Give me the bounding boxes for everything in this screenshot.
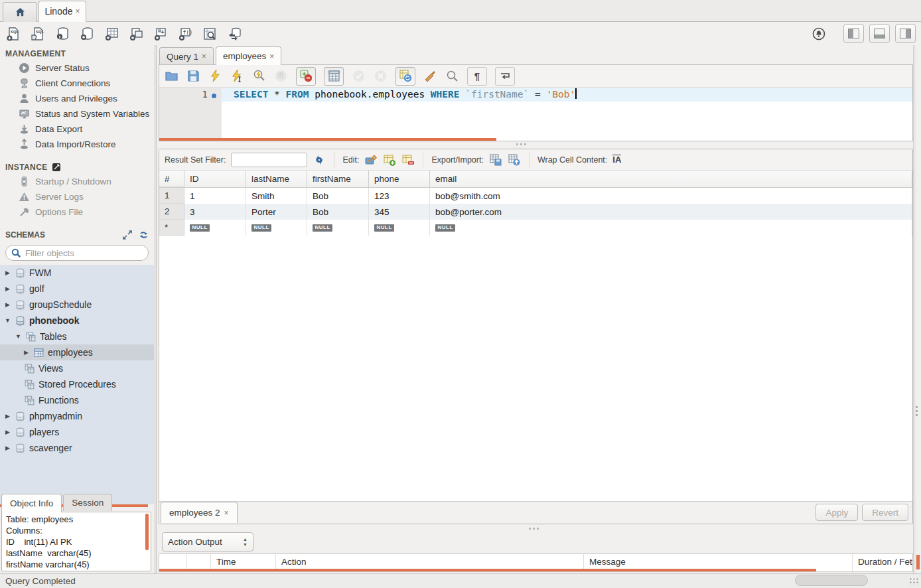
close-icon[interactable]: × xyxy=(224,508,229,518)
wrap-cell-content-icon[interactable]: ΙA xyxy=(612,155,621,165)
sidebar-item-server-status[interactable]: Server Status xyxy=(0,60,154,76)
result-output-splitter-handle[interactable] xyxy=(529,528,539,530)
result-filter-input[interactable] xyxy=(231,153,307,167)
output-vertical-scrollbar[interactable] xyxy=(916,555,920,569)
editor-result-splitter-handle[interactable] xyxy=(516,143,526,145)
sidebar-item-options-file[interactable]: Options File xyxy=(0,204,154,220)
insert-row-icon[interactable] xyxy=(383,153,396,167)
output-horizontal-scrollbar[interactable] xyxy=(159,569,816,571)
chevron-right-icon[interactable]: ▶ xyxy=(4,285,11,292)
connection-tab[interactable]: Linode × xyxy=(38,1,86,22)
cell-firstname[interactable]: Bob xyxy=(307,204,369,220)
column-header-phone[interactable]: phone xyxy=(369,171,430,187)
cell-email[interactable]: bob@porter.com xyxy=(430,204,912,220)
cell-id[interactable]: 3 xyxy=(184,204,246,220)
sidebar-item-data-import[interactable]: Data Import/Restore xyxy=(0,137,154,152)
toggle-left-sidebar-button[interactable] xyxy=(843,24,864,43)
find-icon[interactable] xyxy=(445,69,459,83)
cell-null[interactable]: NULL xyxy=(430,220,912,236)
edit-record-icon[interactable] xyxy=(364,153,378,167)
resize-grip[interactable] xyxy=(909,577,918,585)
schema-item-phonebook[interactable]: ▼ phonebook xyxy=(0,313,154,329)
delete-row-icon[interactable] xyxy=(401,153,415,167)
tab-query-1[interactable]: Query 1 × xyxy=(159,47,214,65)
schema-item-scavenger[interactable]: ▶ scavenger xyxy=(0,440,154,456)
sidebar-item-startup-shutdown[interactable]: Startup / Shutdown xyxy=(0,174,154,189)
new-sql-tab-icon[interactable]: SQL xyxy=(5,26,21,42)
cell-phone[interactable]: 123 xyxy=(369,188,430,204)
explain-plan-icon[interactable] xyxy=(252,69,266,83)
schema-filter-box[interactable] xyxy=(5,245,149,261)
column-header-rownum[interactable]: # xyxy=(159,171,184,187)
schema-filter-input[interactable] xyxy=(25,248,131,258)
save-script-icon[interactable] xyxy=(186,69,200,83)
reconnect-dbms-icon[interactable] xyxy=(226,26,242,42)
chevron-down-icon[interactable]: ▼ xyxy=(15,333,22,340)
cell-phone[interactable]: 345 xyxy=(369,204,430,220)
apply-button[interactable]: Apply xyxy=(815,504,858,521)
create-procedure-icon[interactable] xyxy=(153,26,169,42)
toggle-invisible-characters-button[interactable]: ¶ xyxy=(467,67,487,86)
sidebar-item-server-logs[interactable]: Server Logs xyxy=(0,189,154,204)
toggle-autocommit-button[interactable] xyxy=(395,67,415,86)
cell-lastname[interactable]: Porter xyxy=(246,204,307,220)
bottom-scrollbar-thumb[interactable] xyxy=(795,575,868,586)
schema-item-players[interactable]: ▶ players xyxy=(0,424,154,440)
chevron-down-icon[interactable]: ▼ xyxy=(4,317,11,324)
toggle-limit-rows-button[interactable] xyxy=(324,67,344,86)
column-header-lastname[interactable]: lastName xyxy=(246,171,307,187)
revert-button[interactable]: Revert xyxy=(862,504,908,521)
column-header-firstname[interactable]: firstName xyxy=(307,171,369,187)
column-header-id[interactable]: ID xyxy=(184,171,246,187)
schema-item-groupschedule[interactable]: ▶ groupSchedule xyxy=(0,297,154,313)
schema-inspector-icon[interactable]: i xyxy=(54,26,70,42)
chevron-right-icon[interactable]: ▶ xyxy=(4,301,11,308)
close-icon[interactable]: × xyxy=(269,52,274,61)
cell-email[interactable]: bob@smith.com xyxy=(430,188,912,204)
schema-item-fwm[interactable]: ▶ FWM xyxy=(0,265,154,281)
execute-query-icon[interactable] xyxy=(208,69,222,83)
toggle-stop-on-error-button[interactable] xyxy=(296,67,316,86)
spinner-arrows-icon[interactable]: ▲▼ xyxy=(243,538,248,547)
tab-object-info[interactable]: Object Info xyxy=(1,494,62,512)
tab-employees[interactable]: employees × xyxy=(216,46,281,65)
sql-editor[interactable]: 1 SELECT * FROM phonebook.employees WHER… xyxy=(159,88,912,141)
import-recordset-icon[interactable] xyxy=(508,153,521,167)
toggle-bottom-panel-button[interactable] xyxy=(869,24,890,43)
sidebar-item-data-export[interactable]: Data Export xyxy=(0,121,154,137)
execute-current-statement-icon[interactable] xyxy=(230,69,244,83)
chevron-right-icon[interactable]: ▶ xyxy=(4,445,11,451)
table-row[interactable]: 2 3 Porter Bob 345 bob@porter.com xyxy=(159,204,912,220)
toggle-right-sidebar-button[interactable] xyxy=(895,24,916,43)
beautify-script-icon[interactable] xyxy=(423,69,437,83)
tree-item-views[interactable]: Views xyxy=(0,360,154,376)
editor-horizontal-scrollbar[interactable] xyxy=(159,138,496,141)
create-table-icon[interactable] xyxy=(104,26,119,42)
chevron-right-icon[interactable]: ▶ xyxy=(23,349,30,356)
sql-text[interactable]: SELECT * FROM phonebook.employees WHERE … xyxy=(234,88,577,100)
cell-firstname[interactable]: Bob xyxy=(307,188,369,204)
sidebar-item-users-privileges[interactable]: Users and Privileges xyxy=(0,91,154,106)
chevron-right-icon[interactable]: ▶ xyxy=(4,429,11,435)
open-script-icon[interactable] xyxy=(165,69,178,83)
schema-item-phpmyadmin[interactable]: ▶ phpmyadmin xyxy=(0,408,154,424)
expand-schemas-icon[interactable] xyxy=(123,230,132,240)
sidebar-item-client-connections[interactable]: Client Connections xyxy=(0,76,154,91)
close-icon[interactable]: × xyxy=(76,7,80,16)
schema-item-golf[interactable]: ▶ golf xyxy=(0,281,154,297)
cell-null[interactable]: NULL xyxy=(307,220,369,236)
object-info-scrollbar[interactable] xyxy=(145,514,149,550)
tab-session[interactable]: Session xyxy=(63,494,112,511)
tree-item-functions[interactable]: Functions xyxy=(0,392,154,408)
output-col-duration[interactable]: Duration / Fetch xyxy=(853,554,912,571)
tree-item-tables[interactable]: ▼ Tables xyxy=(0,329,154,344)
cell-null[interactable]: NULL xyxy=(369,220,430,236)
cell-lastname[interactable]: Smith xyxy=(246,188,307,204)
create-function-icon[interactable]: f() xyxy=(177,26,193,42)
create-schema-icon[interactable] xyxy=(79,26,95,42)
notifications-icon[interactable] xyxy=(812,27,826,41)
refresh-results-icon[interactable] xyxy=(313,153,326,167)
toggle-word-wrap-button[interactable] xyxy=(495,67,515,86)
table-row[interactable]: 1 1 Smith Bob 123 bob@smith.com xyxy=(159,188,912,204)
cell-null[interactable]: NULL xyxy=(246,220,307,236)
